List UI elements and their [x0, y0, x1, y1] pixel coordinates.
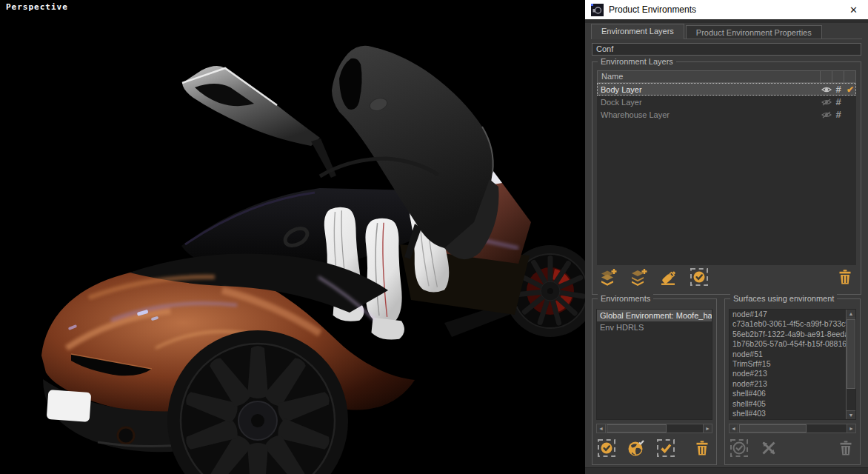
duplicate-layer-icon[interactable] [629, 267, 648, 287]
tab-bar: Environment Layers Product Environment P… [591, 24, 862, 39]
surface-item[interactable]: c73a1eb0-3061-4f5c-a99f-b733c92 [730, 319, 846, 329]
surface-item[interactable]: 1b76b205-57a0-454f-b15f-088169e [730, 339, 846, 349]
surface-item[interactable]: TrimSrf#15 [730, 359, 846, 369]
layer-list: Body Layer # ✔ Dock Layer # Whare [597, 83, 856, 265]
delete-environment-icon[interactable] [692, 438, 712, 458]
select-environment-icon[interactable] [597, 438, 616, 458]
panel-footer [585, 467, 868, 474]
active-column-header[interactable] [844, 71, 855, 82]
hash-icon[interactable]: # [832, 109, 844, 120]
scrollbar-thumb[interactable] [739, 424, 807, 433]
surface-item[interactable]: node#213 [730, 369, 846, 378]
scrollbar-track [738, 424, 847, 433]
car-render [0, 0, 585, 474]
environments-group: Environments Global Environment: Moofe_h… [592, 298, 717, 465]
tab-environment-layers[interactable]: Environment Layers [591, 24, 684, 39]
3d-viewport[interactable]: Perspective [0, 0, 585, 474]
surface-item[interactable]: node#147 [730, 310, 846, 319]
visibility-icon[interactable] [821, 86, 832, 93]
visibility-column-header[interactable] [820, 71, 832, 82]
application-window: Perspective Product Environments ✕ Envir… [0, 0, 868, 474]
layer-name: Wharehouse Layer [597, 110, 821, 119]
product-environments-panel: Product Environments ✕ Environment Layer… [585, 0, 868, 474]
license-plate [47, 390, 92, 422]
surface-item[interactable]: shell#405 [730, 399, 846, 409]
product-environments-icon [591, 4, 604, 16]
add-layer-icon[interactable] [598, 267, 618, 287]
scroll-left-icon[interactable]: ◄ [730, 424, 738, 433]
surfaces-items: node#147 c73a1eb0-3061-4f5c-a99f-b733c92… [730, 310, 846, 419]
surfaces-list: node#147 c73a1eb0-3061-4f5c-a99f-b733c92… [729, 309, 856, 420]
titlebar-divider [585, 19, 868, 23]
fog-light [118, 427, 134, 444]
environment-layers-group: Environment Layers Name Body Layer # ✔ D [592, 61, 861, 295]
environments-group-label: Environments [598, 294, 653, 303]
surfaces-horizontal-scrollbar[interactable]: ◄ ► [729, 424, 856, 433]
gullwing-door-left [182, 66, 336, 178]
scroll-left-icon[interactable]: ◄ [597, 424, 606, 433]
scroll-right-icon[interactable]: ► [847, 424, 855, 433]
scrollbar-thumb[interactable] [847, 319, 855, 389]
layer-row-dock[interactable]: Dock Layer # [597, 96, 856, 108]
environment-layers-group-label: Environment Layers [598, 57, 676, 66]
name-column-header[interactable]: Name [598, 71, 820, 82]
hash-column-header[interactable] [832, 71, 844, 82]
environment-item-global[interactable]: Global Environment: Moofe_hangar_20 [597, 310, 712, 321]
delete-layer-icon[interactable] [835, 267, 855, 287]
surfaces-group: Surfaces using environment node#147 c73a… [724, 298, 861, 465]
surface-item[interactable]: node#213 [730, 379, 846, 389]
surface-item[interactable]: node#51 [730, 350, 846, 359]
environments-list: Global Environment: Moofe_hangar_20 Env … [596, 309, 712, 420]
hash-icon[interactable]: # [832, 96, 844, 107]
layer-name: Body Layer [597, 85, 821, 94]
unassign-environment-icon[interactable] [759, 438, 778, 458]
surface-item[interactable]: 56eb2b7f-1322-4a9b-ae91-8eeda49 [730, 330, 846, 339]
scrollbar-track [847, 318, 855, 410]
assign-global-environment-icon[interactable] [627, 438, 646, 458]
environments-toolbar [597, 436, 712, 460]
panel-title: Product Environments [609, 4, 845, 15]
visibility-off-icon[interactable] [821, 99, 832, 106]
scroll-down-icon[interactable]: ▼ [847, 410, 855, 419]
surface-item[interactable]: shell#406 [730, 389, 846, 398]
configuration-field[interactable]: Conf [592, 43, 861, 56]
surfaces-vertical-scrollbar[interactable]: ▲ ▼ [846, 310, 855, 419]
environment-item-hdrls[interactable]: Env HDRLS [597, 321, 712, 333]
select-active-icon[interactable] [690, 267, 709, 287]
layers-toolbar [598, 265, 855, 289]
close-icon[interactable]: ✕ [845, 3, 862, 17]
hash-icon[interactable]: # [832, 84, 844, 95]
layer-row-body[interactable]: Body Layer # ✔ [597, 83, 856, 96]
surfaces-group-label: Surfaces using environment [730, 294, 837, 303]
tab-product-environment-properties[interactable]: Product Environment Properties [686, 25, 822, 39]
delete-surface-assignment-icon[interactable] [836, 438, 855, 458]
scrollbar-thumb[interactable] [607, 424, 667, 433]
apply-environment-icon[interactable] [656, 438, 675, 458]
viewport-name-label[interactable]: Perspective [6, 2, 68, 12]
scroll-up-icon[interactable]: ▲ [847, 310, 855, 318]
panel-titlebar[interactable]: Product Environments ✕ [585, 0, 868, 19]
layer-name: Dock Layer [597, 98, 821, 107]
surfaces-toolbar [730, 436, 855, 460]
surface-item[interactable]: shell#403 [730, 409, 846, 418]
scroll-right-icon[interactable]: ► [703, 424, 712, 433]
environments-horizontal-scrollbar[interactable]: ◄ ► [596, 424, 712, 433]
select-surfaces-icon[interactable] [730, 438, 749, 458]
layer-table-header[interactable]: Name [597, 70, 856, 83]
layer-row-wharehouse[interactable]: Wharehouse Layer # [597, 108, 856, 121]
paint-layer-icon[interactable] [659, 267, 678, 287]
scrollbar-track [606, 424, 703, 433]
visibility-off-icon[interactable] [821, 111, 832, 118]
active-check-icon[interactable]: ✔ [844, 84, 856, 95]
